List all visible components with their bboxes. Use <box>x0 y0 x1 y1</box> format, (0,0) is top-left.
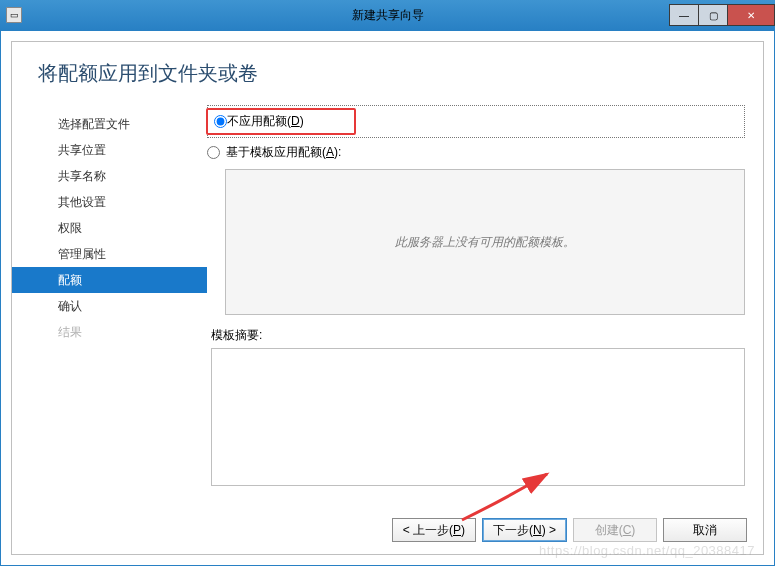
radio-template-row: 基于模板应用配额(A): <box>207 144 745 161</box>
label-key: D <box>291 114 300 128</box>
label-text: ) <box>300 114 304 128</box>
page-title: 将配额应用到文件夹或卷 <box>12 42 763 87</box>
label-key: A <box>326 145 334 159</box>
label-text: 基于模板应用配额( <box>226 145 326 159</box>
btn-text: < 上一步( <box>403 523 453 537</box>
radio-no-quota[interactable] <box>214 115 227 128</box>
sidebar-item-share-name[interactable]: 共享名称 <box>12 163 207 189</box>
cancel-button[interactable]: 取消 <box>663 518 747 542</box>
sidebar-item-location[interactable]: 共享位置 <box>12 137 207 163</box>
wizard-frame: 将配额应用到文件夹或卷 选择配置文件 共享位置 共享名称 其他设置 权限 管理属… <box>11 41 764 555</box>
btn-text: ) > <box>542 523 556 537</box>
template-list-box: 此服务器上没有可用的配额模板。 <box>225 169 745 315</box>
window-controls: — ▢ ✕ <box>670 4 775 26</box>
radio-no-quota-label[interactable]: 不应用配额(D) <box>227 113 304 130</box>
btn-text: 下一步( <box>493 523 533 537</box>
btn-text: 创建( <box>595 523 623 537</box>
main-pane: 不应用配额(D) 基于模板应用配额(A): 此服务器上没有可用的配额模板。 模板… <box>207 105 763 486</box>
wizard-button-row: < 上一步(P) 下一步(N) > 创建(C) 取消 <box>392 518 747 542</box>
minimize-button[interactable]: — <box>669 4 699 26</box>
summary-box <box>211 348 745 486</box>
window-title: 新建共享向导 <box>352 7 424 24</box>
template-empty-message: 此服务器上没有可用的配额模板。 <box>395 234 575 251</box>
radio-no-quota-focus-ring: 不应用配额(D) <box>207 105 745 138</box>
sidebar-item-profile[interactable]: 选择配置文件 <box>12 111 207 137</box>
btn-text: ) <box>631 523 635 537</box>
window-body: 将配额应用到文件夹或卷 选择配置文件 共享位置 共享名称 其他设置 权限 管理属… <box>0 30 775 566</box>
previous-button[interactable]: < 上一步(P) <box>392 518 476 542</box>
label-text: 不应用配额( <box>227 114 291 128</box>
content-wrap: 选择配置文件 共享位置 共享名称 其他设置 权限 管理属性 配额 确认 结果 不… <box>12 105 763 486</box>
app-icon: ▭ <box>6 7 22 23</box>
next-button[interactable]: 下一步(N) > <box>482 518 567 542</box>
titlebar: ▭ 新建共享向导 — ▢ ✕ <box>0 0 775 30</box>
sidebar-item-confirm[interactable]: 确认 <box>12 293 207 319</box>
btn-key: P <box>453 523 461 537</box>
summary-label: 模板摘要: <box>211 327 745 344</box>
sidebar-item-quota[interactable]: 配额 <box>12 267 207 293</box>
radio-template-label[interactable]: 基于模板应用配额(A): <box>226 144 341 161</box>
maximize-button[interactable]: ▢ <box>698 4 728 26</box>
sidebar-item-results: 结果 <box>12 319 207 345</box>
btn-text: ) <box>461 523 465 537</box>
highlight-box: 不应用配额(D) <box>206 108 356 135</box>
radio-template[interactable] <box>207 146 220 159</box>
create-button: 创建(C) <box>573 518 657 542</box>
close-button[interactable]: ✕ <box>727 4 775 26</box>
label-text: ): <box>334 145 341 159</box>
btn-key: N <box>533 523 542 537</box>
sidebar-item-permissions[interactable]: 权限 <box>12 215 207 241</box>
sidebar-item-management[interactable]: 管理属性 <box>12 241 207 267</box>
wizard-sidebar: 选择配置文件 共享位置 共享名称 其他设置 权限 管理属性 配额 确认 结果 <box>12 105 207 486</box>
sidebar-item-other-settings[interactable]: 其他设置 <box>12 189 207 215</box>
